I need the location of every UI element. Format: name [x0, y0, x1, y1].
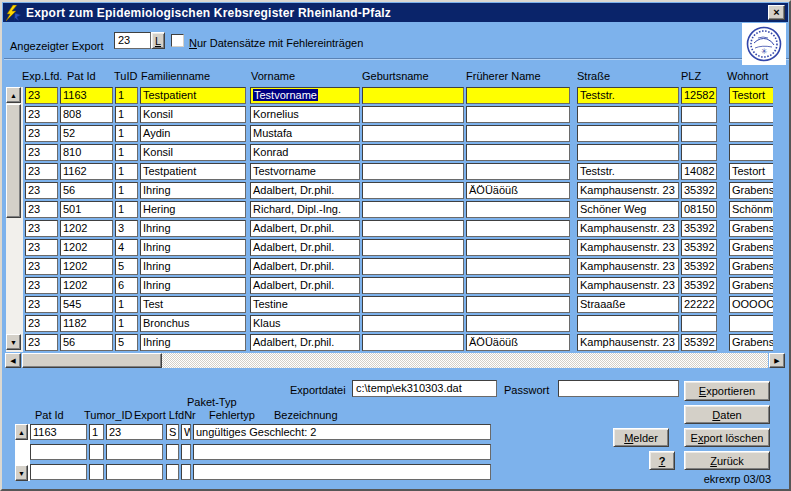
table-cell[interactable]: 23 — [25, 258, 58, 275]
table-cell[interactable] — [729, 125, 773, 142]
table-cell[interactable] — [577, 125, 679, 142]
error-table-cell[interactable] — [106, 444, 163, 460]
table-row[interactable]: 2311821BronchusKlaus — [24, 315, 773, 334]
table-cell[interactable]: 5 — [115, 258, 138, 275]
table-cell[interactable]: Ihring — [140, 239, 246, 256]
table-cell[interactable]: 3 — [115, 220, 138, 237]
table-cell[interactable]: 35392 — [681, 239, 717, 256]
error-table-cell[interactable] — [30, 444, 87, 460]
table-cell[interactable] — [362, 201, 464, 218]
table-cell[interactable]: Ihring — [140, 277, 246, 294]
table-cell[interactable]: 56 — [60, 334, 113, 351]
table-cell[interactable]: Testpatient — [140, 163, 246, 180]
table-cell[interactable]: 23 — [25, 315, 58, 332]
close-button[interactable]: × — [768, 5, 785, 20]
table-cell[interactable]: 6 — [115, 277, 138, 294]
error-table-cell[interactable] — [30, 464, 87, 480]
table-cell[interactable]: 35392 — [681, 182, 717, 199]
table-cell[interactable]: 12582 — [681, 87, 717, 104]
table-cell[interactable]: 35392 — [681, 334, 717, 351]
error-table-cell[interactable] — [181, 464, 191, 480]
table-cell[interactable]: 56 — [60, 182, 113, 199]
export-loeschen-button[interactable]: Export löschen — [684, 428, 770, 447]
table-cell[interactable] — [466, 144, 570, 161]
table-cell[interactable]: Kamphausenstr. 23 — [577, 182, 679, 199]
table-cell[interactable]: Adalbert, Dr.phil. — [250, 334, 360, 351]
table-cell[interactable]: 1202 — [60, 277, 113, 294]
table-cell[interactable] — [577, 144, 679, 161]
table-cell[interactable]: Aydin — [140, 125, 246, 142]
table-cell[interactable] — [466, 296, 570, 313]
table-cell[interactable]: 35392 — [681, 220, 717, 237]
export-number-input[interactable]: 23 — [114, 32, 151, 49]
error-table-cell[interactable] — [193, 464, 491, 480]
table-cell[interactable]: Konsil — [140, 144, 246, 161]
table-cell[interactable] — [466, 258, 570, 275]
error-table-cell[interactable] — [193, 444, 491, 460]
table-cell[interactable] — [577, 106, 679, 123]
table-cell[interactable]: Schönmu — [729, 201, 773, 218]
table-cell[interactable] — [362, 144, 464, 161]
table-cell[interactable]: Konrad — [250, 144, 360, 161]
error-scroll-up-icon[interactable]: ▲ — [15, 424, 28, 440]
scroll-up-icon[interactable]: ▲ — [6, 87, 21, 103]
table-cell[interactable]: 1 — [115, 125, 138, 142]
table-cell[interactable]: 1 — [115, 182, 138, 199]
table-cell[interactable]: Grabenst — [729, 258, 773, 275]
zurueck-button[interactable]: Zurück — [684, 451, 770, 470]
table-cell[interactable]: Grabenst — [729, 277, 773, 294]
table-cell[interactable] — [362, 220, 464, 237]
table-cell[interactable] — [362, 315, 464, 332]
table-cell[interactable]: Adalbert, Dr.phil. — [250, 258, 360, 275]
table-cell[interactable]: 1163 — [60, 87, 113, 104]
table-cell[interactable] — [466, 220, 570, 237]
table-cell[interactable]: 23 — [25, 277, 58, 294]
filter-checkbox[interactable] — [171, 34, 184, 47]
error-table-scrollbar[interactable]: ▲ ▼ — [15, 424, 30, 481]
table-cell[interactable]: Kamphausenstr. 23 — [577, 258, 679, 275]
table-row[interactable]: 235451TestTestineStraaaße22222OOOOOO — [24, 296, 773, 315]
table-cell[interactable]: Grabenst — [729, 334, 773, 351]
table-row[interactable]: 238101KonsilKonrad — [24, 144, 773, 163]
horizontal-scroll-track[interactable] — [162, 353, 768, 368]
error-table-cell[interactable] — [106, 464, 163, 480]
scroll-right-icon[interactable]: ▶ — [769, 353, 785, 368]
table-cell[interactable] — [466, 125, 570, 142]
error-table-cell[interactable] — [166, 444, 179, 460]
passwort-input[interactable] — [558, 380, 679, 397]
table-cell[interactable]: 23 — [25, 163, 58, 180]
error-table-cell[interactable] — [166, 464, 179, 480]
table-cell[interactable]: 808 — [60, 106, 113, 123]
table-cell[interactable] — [362, 258, 464, 275]
error-table-cell[interactable]: W — [181, 424, 191, 440]
table-row[interactable]: 2312025IhringAdalbert, Dr.phil.Kamphause… — [24, 258, 773, 277]
table-cell[interactable]: 1162 — [60, 163, 113, 180]
table-cell[interactable]: 08150 — [681, 201, 717, 218]
table-cell[interactable]: 5 — [115, 334, 138, 351]
table-cell[interactable] — [362, 296, 464, 313]
table-cell[interactable]: 23 — [25, 201, 58, 218]
table-cell[interactable]: 22222 — [681, 296, 717, 313]
table-cell[interactable]: 1 — [115, 144, 138, 161]
table-cell[interactable] — [362, 277, 464, 294]
table-cell[interactable]: 52 — [60, 125, 113, 142]
table-cell[interactable] — [681, 144, 717, 161]
table-cell[interactable]: 23 — [25, 182, 58, 199]
table-cell[interactable]: Hering — [140, 201, 246, 218]
scroll-down-icon[interactable]: ▼ — [6, 334, 21, 350]
table-row[interactable]: 23565IhringAdalbert, Dr.phil.ÄÖÜäöüßKamp… — [24, 334, 773, 353]
table-cell[interactable]: Klaus — [250, 315, 360, 332]
table-cell[interactable]: 23 — [25, 87, 58, 104]
table-cell[interactable] — [729, 315, 773, 332]
table-row[interactable]: 23521AydinMustafa — [24, 125, 773, 144]
table-row[interactable]: 238081KonsilKornelius — [24, 106, 773, 125]
table-cell[interactable]: Schöner Weg — [577, 201, 679, 218]
table-cell[interactable]: 23 — [25, 144, 58, 161]
table-cell[interactable]: Adalbert, Dr.phil. — [250, 220, 360, 237]
table-cell[interactable]: 810 — [60, 144, 113, 161]
table-cell[interactable]: 1 — [115, 315, 138, 332]
table-cell[interactable]: Adalbert, Dr.phil. — [250, 239, 360, 256]
table-cell[interactable] — [681, 106, 717, 123]
table-cell[interactable]: 1202 — [60, 220, 113, 237]
table-cell[interactable]: Test — [140, 296, 246, 313]
